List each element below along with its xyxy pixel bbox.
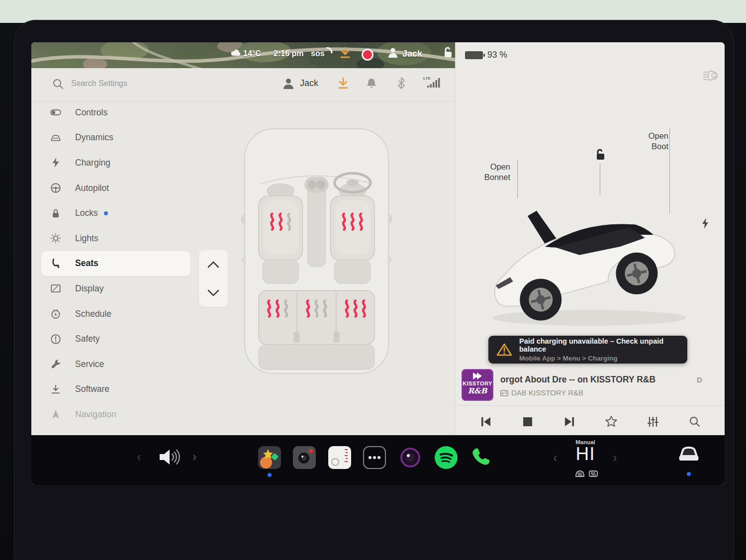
sidebar-item-controls[interactable]: Controls xyxy=(41,100,190,125)
account-name[interactable]: Jack xyxy=(300,78,318,89)
auto-headlight-icon[interactable]: A xyxy=(702,69,719,82)
toast-title: Paid charging unavailable – Check unpaid… xyxy=(519,337,687,353)
door-unlocked-icon[interactable] xyxy=(593,148,607,162)
open-bonnet-button[interactable]: OpenBonnet xyxy=(484,162,510,183)
software-update-icon[interactable] xyxy=(337,77,349,90)
clock: 2:16 pm xyxy=(274,49,303,58)
vehicle-notification-dot xyxy=(687,472,691,476)
charge-port-bolt-icon[interactable] xyxy=(701,217,709,229)
vehicle-status-panel: 93 % A OpenBonnet OpenBoot xyxy=(455,42,725,435)
map-strip[interactable]: 14°C 2:16 pm sos Jack xyxy=(31,42,455,68)
account-icon[interactable] xyxy=(282,77,294,90)
software-update-icon[interactable] xyxy=(340,47,351,59)
sidebar-item-lights[interactable]: Lights xyxy=(41,226,190,251)
bluetooth-icon[interactable] xyxy=(396,77,406,90)
temp-up-chevron[interactable]: › xyxy=(613,450,617,466)
driver-name[interactable]: Jack xyxy=(402,49,422,59)
media-art-brand: KISSTORY xyxy=(463,380,492,386)
rear-defrost-icon[interactable] xyxy=(588,469,599,478)
schedule-icon xyxy=(50,308,61,319)
sidebar-item-charging[interactable]: Charging xyxy=(41,150,190,176)
download-icon xyxy=(50,384,61,395)
arcade-app-icon[interactable] xyxy=(258,446,281,469)
settings-sidebar: ControlsDynamicsChargingAutopilotLocksLi… xyxy=(41,100,190,427)
sidebar-item-navigation[interactable]: Navigation xyxy=(41,402,190,427)
charging-warning-toast[interactable]: Paid charging unavailable – Check unpaid… xyxy=(488,336,687,364)
driver-profile-icon[interactable] xyxy=(387,47,398,59)
more-apps-icon[interactable] xyxy=(363,446,386,469)
chevron-up-icon[interactable] xyxy=(207,261,220,269)
favorite-star-button[interactable] xyxy=(604,414,619,429)
sidebar-item-schedule[interactable]: Schedule xyxy=(41,301,190,327)
outside-temperature: 14°C xyxy=(243,49,261,58)
sidebar-item-seats[interactable]: Seats xyxy=(41,251,190,277)
hvac-temperature[interactable]: HI xyxy=(566,445,604,463)
sidebar-item-label: Service xyxy=(75,359,104,370)
volume-down-chevron[interactable]: ‹ xyxy=(137,449,141,465)
media-search-button[interactable] xyxy=(687,414,702,429)
front-defrost-icon[interactable] xyxy=(574,469,585,478)
vehicle-status-app-icon[interactable] xyxy=(676,444,702,465)
sidebar-item-label: Charging xyxy=(75,158,110,168)
sidebar-item-label: Dynamics xyxy=(75,132,113,143)
media-track-title[interactable]: orgot About Dre -- on KISSTORY R&B xyxy=(500,374,689,385)
vehicle-render[interactable] xyxy=(477,189,701,334)
media-title-marquee-overflow: D xyxy=(697,375,702,384)
kisstory-logo-icon xyxy=(473,373,482,379)
media-album-art[interactable]: KISSTORY R&B xyxy=(462,369,493,401)
media-station-name: DAB KISSTORY R&B xyxy=(511,388,583,397)
media-station-row[interactable]: DAB KISSTORY R&B xyxy=(500,388,583,397)
recording-indicator[interactable] xyxy=(362,49,373,61)
sidebar-item-safety[interactable]: Safety xyxy=(41,326,190,352)
sidebar-item-label: Display xyxy=(75,283,103,294)
search-icon[interactable] xyxy=(52,78,64,90)
sos-label[interactable]: sos xyxy=(311,49,325,58)
previous-track-button[interactable] xyxy=(478,414,493,429)
wrench-icon xyxy=(50,359,61,370)
volume-up-chevron[interactable]: › xyxy=(192,449,197,465)
sidebar-item-display[interactable]: Display xyxy=(41,276,190,301)
sidebar-item-dynamics[interactable]: Dynamics xyxy=(41,125,190,151)
search-settings-input[interactable]: Search Settings xyxy=(71,79,127,88)
stop-button[interactable] xyxy=(520,414,535,429)
sidebar-item-label: Navigation xyxy=(75,409,116,420)
svg-text:A: A xyxy=(713,74,716,79)
radio-app-icon[interactable] xyxy=(328,446,351,469)
sidebar-item-label: Controls xyxy=(75,107,107,118)
sidebar-item-label: Software xyxy=(75,384,109,394)
svg-text:LTE: LTE xyxy=(423,76,431,81)
equalizer-sliders-button[interactable] xyxy=(646,414,660,429)
light-icon xyxy=(50,233,61,244)
sidebar-item-service[interactable]: Service xyxy=(41,352,190,377)
battery-percent: 93 % xyxy=(487,50,507,60)
spotify-app-icon[interactable] xyxy=(435,446,458,469)
unlocked-padlock-icon[interactable] xyxy=(441,46,454,59)
sos-handset-icon xyxy=(326,47,333,55)
camera-lens-app-icon[interactable] xyxy=(399,446,422,469)
notifications-bell-icon[interactable] xyxy=(366,77,377,90)
navigation-icon xyxy=(50,409,61,420)
lte-signal-icon: LTE xyxy=(422,75,442,89)
chevron-down-icon[interactable] xyxy=(207,289,220,297)
sidebar-item-software[interactable]: Software xyxy=(41,377,190,402)
temp-down-chevron[interactable]: ‹ xyxy=(553,450,558,466)
dashcam-app-icon[interactable] xyxy=(293,446,316,469)
seat-row-scroll-control[interactable] xyxy=(199,250,228,307)
display-icon xyxy=(50,283,61,294)
toast-subtitle: Mobile App > Menu > Charging xyxy=(519,355,687,362)
open-boot-button[interactable]: OpenBoot xyxy=(649,131,668,152)
battery-icon xyxy=(465,50,485,60)
sidebar-item-label: Seats xyxy=(75,258,98,269)
sidebar-item-locks[interactable]: Locks xyxy=(41,200,190,226)
next-track-button[interactable] xyxy=(562,414,577,429)
safety-icon xyxy=(50,334,61,345)
toggle-icon xyxy=(50,107,61,118)
sidebar-item-autopilot[interactable]: Autopilot xyxy=(41,176,190,201)
sidebar-item-label: Locks xyxy=(75,208,98,218)
settings-panel: Search Settings Jack LTE xyxy=(31,68,455,435)
hvac-control[interactable]: Manual HI xyxy=(566,439,604,463)
bolt-icon xyxy=(50,157,61,168)
lock-icon xyxy=(50,208,61,219)
volume-speaker-icon[interactable] xyxy=(157,447,183,467)
phone-app-icon[interactable] xyxy=(469,446,492,469)
